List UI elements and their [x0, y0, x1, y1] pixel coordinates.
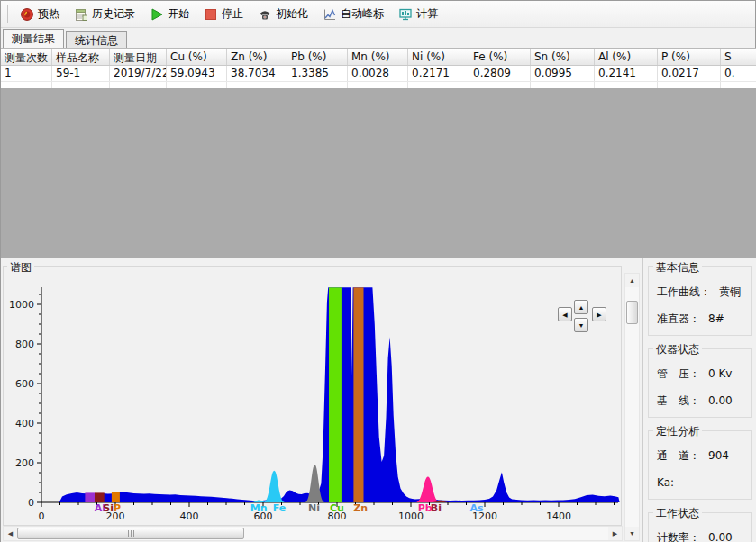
empty-cell: [531, 82, 595, 88]
empty-cell: [721, 82, 756, 88]
scroll-left-button[interactable]: ◀: [4, 527, 17, 540]
empty-cell: [658, 82, 721, 88]
start-button[interactable]: 开始: [143, 3, 196, 25]
tab-measure-results[interactable]: 测量结果: [3, 29, 64, 48]
svg-text:Mn: Mn: [250, 502, 268, 514]
results-grid: 测量次数样品名称测量日期Cu (%)Zn (%)Pb (%)Mn (%)Ni (…: [1, 48, 756, 88]
pan-right-button[interactable]: ▶: [592, 307, 606, 321]
work-curve-value: 黄铜: [719, 285, 741, 298]
table-cell[interactable]: 1: [1, 66, 52, 81]
empty-cell: [408, 82, 469, 88]
header-cell: Sn (%): [531, 49, 595, 65]
app-window: 预热 历史记录 开始 停止 初始化: [0, 0, 756, 542]
svg-text:200: 200: [15, 457, 34, 469]
horizontal-scrollbar-thumb[interactable]: [17, 528, 244, 539]
autopeak-button[interactable]: 自动峰标: [316, 3, 390, 25]
empty-cell: [595, 82, 658, 88]
group-work-status: 工作状态 计数率：0.00: [648, 512, 752, 542]
spectrum-chart[interactable]: 0200400600800100002004006008001000120014…: [4, 267, 621, 525]
info-row: 基 线：0.00: [657, 387, 751, 414]
table-cell[interactable]: 59.0943: [167, 66, 227, 81]
header-cell: Cu (%): [167, 49, 227, 65]
count-rate-value: 0.00: [708, 531, 733, 542]
info-row: 管 压：0 Kv: [657, 360, 751, 387]
table-cell[interactable]: 0.2141: [595, 66, 658, 81]
table-row[interactable]: 159-12019/7/2259.094338.70341.33850.0028…: [1, 66, 756, 82]
empty-cell: [167, 82, 227, 88]
preheat-label: 预热: [38, 6, 59, 22]
svg-text:1000: 1000: [9, 299, 34, 311]
history-label: 历史记录: [92, 6, 135, 22]
tabbar: 测量结果 统计信息: [1, 28, 755, 48]
preheat-button[interactable]: 预热: [14, 3, 66, 25]
tab-statistics[interactable]: 统计信息: [66, 31, 127, 48]
stop-button[interactable]: 停止: [197, 3, 250, 25]
scrollbar-grip-icon: [128, 530, 134, 537]
svg-text:Cu: Cu: [330, 502, 344, 514]
svg-text:Zn: Zn: [353, 502, 368, 514]
grid-header: 测量次数样品名称测量日期Cu (%)Zn (%)Pb (%)Mn (%)Ni (…: [1, 49, 756, 66]
baseline-label: 基 线：: [657, 394, 700, 407]
header-cell: P (%): [658, 49, 721, 65]
scroll-right-button[interactable]: ▶: [608, 527, 622, 540]
start-icon: [150, 7, 164, 22]
header-cell: 测量次数: [1, 49, 52, 65]
toolbar-grip[interactable]: [5, 5, 8, 23]
initialize-label: 初始化: [276, 6, 308, 22]
pan-down-button[interactable]: ▼: [574, 318, 588, 332]
header-cell: Pb (%): [287, 49, 348, 65]
header-cell: S: [721, 49, 756, 65]
initialize-button[interactable]: 初始化: [251, 3, 314, 25]
pan-up-button[interactable]: ▲: [574, 300, 588, 314]
spectrum-box: 0200400600800100002004006008001000120014…: [3, 266, 622, 526]
info-panel: 基本信息 工作曲线：黄铜 准直器：8# 仪器状态 管 压：0 Kv 基 线：0.…: [642, 258, 756, 542]
table-cell[interactable]: 0.: [721, 66, 756, 81]
calculate-icon: [398, 7, 413, 22]
table-cell[interactable]: 0.2809: [469, 66, 531, 81]
info-row: 通 道：904: [657, 442, 751, 469]
group-instrument-status-title: 仪器状态: [653, 342, 702, 357]
table-cell[interactable]: 0.0028: [348, 66, 408, 81]
scroll-up-button[interactable]: ▲: [625, 274, 639, 287]
svg-text:600: 600: [15, 378, 34, 390]
svg-text:P: P: [114, 502, 121, 514]
table-cell[interactable]: 2019/7/22: [110, 66, 167, 81]
info-row: 准直器：8#: [657, 305, 751, 332]
empty-cell: [348, 82, 408, 88]
svg-text:0: 0: [28, 497, 34, 509]
calculate-label: 计算: [416, 6, 438, 22]
svg-text:As: As: [469, 502, 484, 514]
table-cell[interactable]: 38.7034: [227, 66, 287, 81]
empty-cell: [110, 82, 167, 88]
content-filler: [1, 88, 756, 258]
channel-value: 904: [708, 449, 729, 462]
history-button[interactable]: 历史记录: [68, 3, 141, 25]
tube-voltage-value: 0 Kv: [708, 367, 732, 380]
horizontal-scrollbar[interactable]: ◀ ▶: [3, 526, 623, 541]
header-cell: 测量日期: [110, 49, 167, 65]
table-cell[interactable]: 1.3385: [287, 66, 348, 81]
collimator-label: 准直器：: [657, 312, 700, 325]
table-cell[interactable]: 0.0995: [531, 66, 595, 81]
start-label: 开始: [168, 6, 189, 22]
stop-icon: [204, 7, 218, 22]
vertical-scrollbar[interactable]: ▲ ▼: [624, 273, 640, 541]
svg-text:800: 800: [15, 339, 34, 350]
table-cell[interactable]: 0.0217: [658, 66, 721, 81]
header-cell: 样品名称: [52, 49, 110, 65]
header-cell: Fe (%): [469, 49, 531, 65]
group-basic-info-title: 基本信息: [653, 260, 702, 276]
group-work-status-title: 工作状态: [653, 506, 702, 521]
svg-text:Bi: Bi: [431, 502, 442, 514]
svg-text:0: 0: [39, 510, 45, 522]
calculate-button[interactable]: 计算: [392, 3, 444, 25]
table-cell[interactable]: 0.2171: [408, 66, 469, 81]
work-curve-label: 工作曲线：: [657, 285, 711, 298]
initialize-icon: [258, 7, 272, 22]
scroll-down-button[interactable]: ▼: [625, 527, 639, 540]
vertical-scrollbar-thumb[interactable]: [626, 301, 638, 324]
pan-left-button[interactable]: ◀: [558, 307, 572, 321]
ka-label: Ka:: [657, 476, 674, 489]
empty-cell: [469, 82, 531, 88]
table-cell[interactable]: 59-1: [52, 66, 110, 81]
